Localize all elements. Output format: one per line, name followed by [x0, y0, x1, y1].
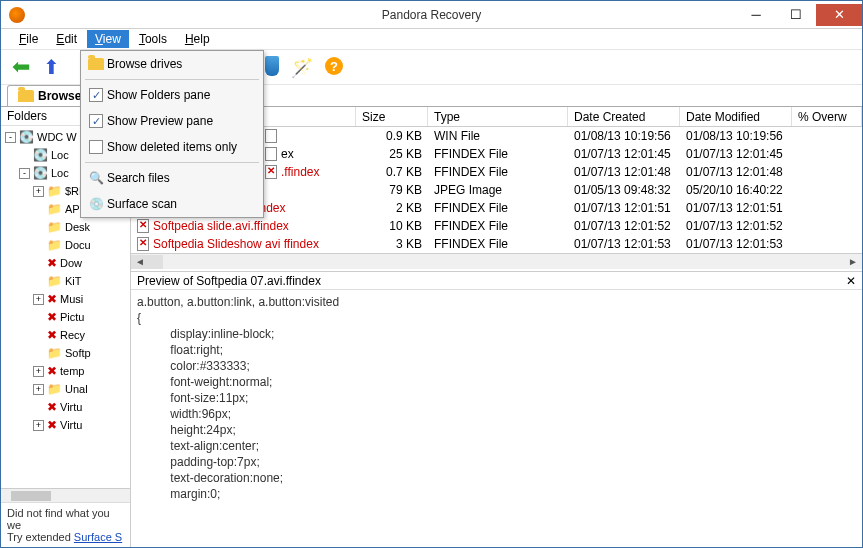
col-overwritten[interactable]: % Overw [792, 107, 862, 126]
tree-node[interactable]: +✖temp [1, 362, 130, 380]
file-date-modified: 01/07/13 12:01:51 [680, 201, 792, 215]
disk-icon: 💽 [33, 164, 48, 182]
filter-icon[interactable] [265, 56, 279, 76]
tab-label: Browse [38, 89, 81, 103]
expand-icon[interactable]: + [33, 366, 44, 377]
dropdown-label: Search files [107, 171, 170, 185]
checkbox-icon: ✓ [85, 114, 107, 128]
tree-node[interactable]: +✖Musi [1, 290, 130, 308]
col-type[interactable]: Type [428, 107, 568, 126]
tree-label: Softp [65, 344, 91, 362]
dropdown-surface-scan[interactable]: 💿 Surface scan [81, 191, 263, 217]
folder-icon: 📁 [47, 236, 62, 254]
expand-icon[interactable]: + [33, 186, 44, 197]
file-size: 10 KB [356, 219, 428, 233]
disk-icon: 💽 [33, 146, 48, 164]
folder-icon: 📁 [47, 344, 62, 362]
surface-scan-link[interactable]: Surface S [74, 531, 122, 543]
dropdown-label: Show Preview pane [107, 114, 213, 128]
help-icon[interactable]: ? [325, 57, 343, 75]
menu-tools[interactable]: Tools [131, 30, 175, 48]
scroll-left-icon[interactable]: ◄ [135, 256, 145, 267]
file-date-modified: 01/07/13 12:01:53 [680, 237, 792, 251]
file-row[interactable]: Softpedia Slideshow avi ffindex3 KBFFIND… [131, 235, 862, 253]
file-date-modified: 01/07/13 12:01:45 [680, 147, 792, 161]
file-icon [137, 237, 149, 251]
tree-node[interactable]: +✖Virtu [1, 416, 130, 434]
preview-header: Preview of Softpedia 07.avi.ffindex ✕ [131, 272, 862, 290]
preview-close-button[interactable]: ✕ [846, 274, 856, 288]
scroll-right-icon[interactable]: ► [848, 256, 858, 267]
tree-label: Musi [60, 290, 83, 308]
dropdown-show-deleted[interactable]: Show deleted items only [81, 134, 263, 160]
preview-pane: Preview of Softpedia 07.avi.ffindex ✕ a.… [131, 271, 862, 547]
expand-icon[interactable]: + [33, 384, 44, 395]
deleted-folder-icon: ✖ [47, 290, 57, 308]
tree-label: temp [60, 362, 84, 380]
tree-label: Docu [65, 236, 91, 254]
folder-icon [85, 58, 107, 70]
file-size: 3 KB [356, 237, 428, 251]
col-size[interactable]: Size [356, 107, 428, 126]
tree-node[interactable]: 📁KiT [1, 272, 130, 290]
tree-label: KiT [65, 272, 82, 290]
dropdown-show-folders[interactable]: ✓ Show Folders pane [81, 82, 263, 108]
tree-label: Loc [51, 164, 69, 182]
tree-node[interactable]: ✖Recy [1, 326, 130, 344]
file-date-created: 01/08/13 10:19:56 [568, 129, 680, 143]
file-date-created: 01/05/13 09:48:32 [568, 183, 680, 197]
tree-node[interactable]: 📁Softp [1, 344, 130, 362]
tree-label: Virtu [60, 416, 82, 434]
dropdown-show-preview[interactable]: ✓ Show Preview pane [81, 108, 263, 134]
menu-edit[interactable]: Edit [48, 30, 85, 48]
file-type: FFINDEX File [428, 147, 568, 161]
tree-node[interactable]: 📁Docu [1, 236, 130, 254]
file-type: JPEG Image [428, 183, 568, 197]
preview-body: a.button, a.button:link, a.button:visite… [131, 290, 862, 547]
tree-node[interactable]: ✖Dow [1, 254, 130, 272]
tree-node[interactable]: ✖Virtu [1, 398, 130, 416]
col-date-modified[interactable]: Date Modified [680, 107, 792, 126]
back-icon[interactable]: ⬅ [9, 55, 33, 79]
list-scrollbar[interactable]: ◄ ► [131, 253, 862, 269]
tree-node[interactable]: ✖Pictu [1, 308, 130, 326]
minimize-button[interactable]: ─ [736, 4, 776, 26]
tree-node[interactable]: +📁Unal [1, 380, 130, 398]
file-row[interactable]: Softpedia slide.avi.ffindex10 KBFFINDEX … [131, 217, 862, 235]
tree-label: WDC W [37, 128, 77, 146]
close-button[interactable]: ✕ [816, 4, 862, 26]
col-date-created[interactable]: Date Created [568, 107, 680, 126]
dropdown-browse-drives[interactable]: Browse drives [81, 51, 263, 77]
app-window: Pandora Recovery ─ ☐ ✕ File Edit View To… [0, 0, 863, 548]
expand-icon[interactable]: + [33, 420, 44, 431]
file-name: ex [281, 147, 294, 161]
dropdown-separator [85, 162, 259, 163]
folder-icon: 📁 [47, 200, 62, 218]
maximize-button[interactable]: ☐ [776, 4, 816, 26]
file-size: 25 KB [356, 147, 428, 161]
menu-file[interactable]: File [11, 30, 46, 48]
menu-view[interactable]: View [87, 30, 129, 48]
menu-help[interactable]: Help [177, 30, 218, 48]
file-date-modified: 05/20/10 16:40:22 [680, 183, 792, 197]
expand-icon[interactable]: - [19, 168, 30, 179]
file-type: FFINDEX File [428, 237, 568, 251]
tree-label: Virtu [60, 398, 82, 416]
folder-icon [18, 90, 34, 102]
menubar: File Edit View Tools Help [1, 29, 862, 49]
footer-line1: Did not find what you we [7, 507, 124, 531]
file-type: FFINDEX File [428, 201, 568, 215]
wizard-icon[interactable]: 🪄 [291, 57, 313, 79]
dropdown-search-files[interactable]: 🔍 Search files [81, 165, 263, 191]
up-icon[interactable]: ⬆ [39, 55, 63, 79]
deleted-folder-icon: ✖ [47, 398, 57, 416]
tree-node[interactable]: 📁Desk [1, 218, 130, 236]
folder-icon: 📁 [47, 272, 62, 290]
file-name: Softpedia slide.avi.ffindex [153, 219, 289, 233]
tree-label: Desk [65, 218, 90, 236]
expand-icon[interactable]: - [5, 132, 16, 143]
expand-icon[interactable]: + [33, 294, 44, 305]
app-icon [9, 7, 25, 23]
sidebar-scrollbar[interactable] [1, 488, 130, 502]
dropdown-label: Surface scan [107, 197, 177, 211]
